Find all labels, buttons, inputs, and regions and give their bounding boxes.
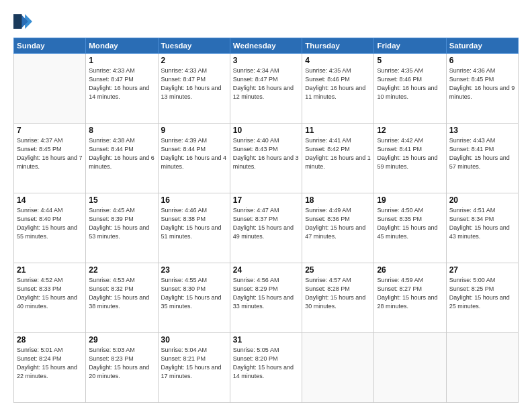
calendar-cell: 24Sunrise: 4:56 AM Sunset: 8:29 PM Dayli… <box>230 263 302 333</box>
calendar-cell: 1Sunrise: 4:33 AM Sunset: 8:47 PM Daylig… <box>86 54 158 124</box>
day-info: Sunrise: 5:00 AM Sunset: 8:25 PM Dayligh… <box>449 276 515 311</box>
weekday-header: Saturday <box>446 38 518 54</box>
calendar-cell: 10Sunrise: 4:40 AM Sunset: 8:43 PM Dayli… <box>230 124 302 193</box>
day-number: 26 <box>377 265 443 275</box>
day-number: 9 <box>161 126 227 135</box>
day-info: Sunrise: 4:51 AM Sunset: 8:34 PM Dayligh… <box>449 206 515 241</box>
logo <box>13 12 35 31</box>
day-number: 5 <box>377 56 443 65</box>
calendar-cell: 2Sunrise: 4:33 AM Sunset: 8:47 PM Daylig… <box>158 54 230 124</box>
calendar-cell: 12Sunrise: 4:42 AM Sunset: 8:41 PM Dayli… <box>374 124 446 193</box>
day-info: Sunrise: 5:05 AM Sunset: 8:20 PM Dayligh… <box>233 346 299 381</box>
weekday-header: Friday <box>374 38 446 54</box>
calendar-cell: 28Sunrise: 5:01 AM Sunset: 8:24 PM Dayli… <box>14 333 86 403</box>
calendar-header-row: SundayMondayTuesdayWednesdayThursdayFrid… <box>14 38 519 54</box>
day-number: 16 <box>161 195 227 205</box>
day-info: Sunrise: 5:04 AM Sunset: 8:21 PM Dayligh… <box>161 346 227 381</box>
day-info: Sunrise: 4:40 AM Sunset: 8:43 PM Dayligh… <box>233 136 299 171</box>
day-info: Sunrise: 4:33 AM Sunset: 8:47 PM Dayligh… <box>161 66 227 101</box>
calendar-cell: 8Sunrise: 4:38 AM Sunset: 8:44 PM Daylig… <box>86 124 158 193</box>
calendar-cell: 30Sunrise: 5:04 AM Sunset: 8:21 PM Dayli… <box>158 333 230 403</box>
calendar-cell: 5Sunrise: 4:35 AM Sunset: 8:46 PM Daylig… <box>374 54 446 124</box>
day-number: 10 <box>233 126 299 135</box>
calendar-cell: 6Sunrise: 4:36 AM Sunset: 8:45 PM Daylig… <box>446 54 518 124</box>
calendar-cell: 21Sunrise: 4:52 AM Sunset: 8:33 PM Dayli… <box>14 263 86 333</box>
calendar-cell: 11Sunrise: 4:41 AM Sunset: 8:42 PM Dayli… <box>302 124 374 193</box>
day-number: 1 <box>89 56 154 65</box>
calendar-cell: 17Sunrise: 4:47 AM Sunset: 8:37 PM Dayli… <box>230 193 302 263</box>
calendar-table: SundayMondayTuesdayWednesdayThursdayFrid… <box>13 38 519 403</box>
calendar-cell: 27Sunrise: 5:00 AM Sunset: 8:25 PM Dayli… <box>446 263 518 333</box>
page: SundayMondayTuesdayWednesdayThursdayFrid… <box>0 0 532 411</box>
day-number: 8 <box>89 126 154 135</box>
day-info: Sunrise: 4:49 AM Sunset: 8:36 PM Dayligh… <box>305 206 371 241</box>
day-info: Sunrise: 4:38 AM Sunset: 8:44 PM Dayligh… <box>89 136 154 171</box>
day-info: Sunrise: 4:34 AM Sunset: 8:47 PM Dayligh… <box>233 66 299 101</box>
day-info: Sunrise: 4:45 AM Sunset: 8:39 PM Dayligh… <box>89 206 154 241</box>
day-number: 23 <box>161 265 227 275</box>
calendar-cell: 20Sunrise: 4:51 AM Sunset: 8:34 PM Dayli… <box>446 193 518 263</box>
day-info: Sunrise: 4:35 AM Sunset: 8:46 PM Dayligh… <box>305 66 371 101</box>
calendar-week-row: 7Sunrise: 4:37 AM Sunset: 8:45 PM Daylig… <box>14 124 519 193</box>
calendar-cell: 3Sunrise: 4:34 AM Sunset: 8:47 PM Daylig… <box>230 54 302 124</box>
day-number: 28 <box>17 335 83 345</box>
day-number: 22 <box>89 265 154 275</box>
day-info: Sunrise: 4:47 AM Sunset: 8:37 PM Dayligh… <box>233 206 299 241</box>
day-number: 18 <box>305 195 371 205</box>
calendar-cell: 4Sunrise: 4:35 AM Sunset: 8:46 PM Daylig… <box>302 54 374 124</box>
day-info: Sunrise: 4:35 AM Sunset: 8:46 PM Dayligh… <box>377 66 443 101</box>
day-number: 2 <box>161 56 227 65</box>
calendar-cell: 31Sunrise: 5:05 AM Sunset: 8:20 PM Dayli… <box>230 333 302 403</box>
day-info: Sunrise: 4:59 AM Sunset: 8:27 PM Dayligh… <box>377 276 443 311</box>
day-info: Sunrise: 4:52 AM Sunset: 8:33 PM Dayligh… <box>17 276 83 311</box>
day-number: 7 <box>17 126 83 135</box>
day-number: 25 <box>305 265 371 275</box>
day-info: Sunrise: 4:37 AM Sunset: 8:45 PM Dayligh… <box>17 136 83 171</box>
day-info: Sunrise: 5:03 AM Sunset: 8:23 PM Dayligh… <box>89 346 154 381</box>
day-number: 21 <box>17 265 83 275</box>
calendar-cell: 14Sunrise: 4:44 AM Sunset: 8:40 PM Dayli… <box>14 193 86 263</box>
weekday-header: Wednesday <box>230 38 302 54</box>
weekday-header: Tuesday <box>158 38 230 54</box>
day-number: 11 <box>305 126 371 135</box>
day-info: Sunrise: 4:43 AM Sunset: 8:41 PM Dayligh… <box>449 136 515 171</box>
calendar-week-row: 21Sunrise: 4:52 AM Sunset: 8:33 PM Dayli… <box>14 263 519 333</box>
day-number: 15 <box>89 195 154 205</box>
header <box>13 12 519 31</box>
calendar-cell: 15Sunrise: 4:45 AM Sunset: 8:39 PM Dayli… <box>86 193 158 263</box>
day-number: 17 <box>233 195 299 205</box>
calendar-cell: 9Sunrise: 4:39 AM Sunset: 8:44 PM Daylig… <box>158 124 230 193</box>
calendar-cell: 23Sunrise: 4:55 AM Sunset: 8:30 PM Dayli… <box>158 263 230 333</box>
calendar-cell: 22Sunrise: 4:53 AM Sunset: 8:32 PM Dayli… <box>86 263 158 333</box>
calendar-week-row: 1Sunrise: 4:33 AM Sunset: 8:47 PM Daylig… <box>14 54 519 124</box>
day-number: 4 <box>305 56 371 65</box>
calendar-cell <box>302 333 374 403</box>
calendar-cell: 16Sunrise: 4:46 AM Sunset: 8:38 PM Dayli… <box>158 193 230 263</box>
svg-rect-2 <box>13 14 21 29</box>
day-info: Sunrise: 4:53 AM Sunset: 8:32 PM Dayligh… <box>89 276 154 311</box>
calendar-cell: 18Sunrise: 4:49 AM Sunset: 8:36 PM Dayli… <box>302 193 374 263</box>
day-info: Sunrise: 4:44 AM Sunset: 8:40 PM Dayligh… <box>17 206 83 241</box>
day-info: Sunrise: 4:33 AM Sunset: 8:47 PM Dayligh… <box>89 66 154 101</box>
weekday-header: Thursday <box>302 38 374 54</box>
day-number: 6 <box>449 56 515 65</box>
calendar-cell: 7Sunrise: 4:37 AM Sunset: 8:45 PM Daylig… <box>14 124 86 193</box>
day-info: Sunrise: 5:01 AM Sunset: 8:24 PM Dayligh… <box>17 346 83 381</box>
day-info: Sunrise: 4:36 AM Sunset: 8:45 PM Dayligh… <box>449 66 515 101</box>
day-number: 31 <box>233 335 299 345</box>
calendar-cell: 26Sunrise: 4:59 AM Sunset: 8:27 PM Dayli… <box>374 263 446 333</box>
day-number: 19 <box>377 195 443 205</box>
logo-icon <box>13 12 32 31</box>
day-number: 3 <box>233 56 299 65</box>
weekday-header: Monday <box>86 38 158 54</box>
calendar-week-row: 14Sunrise: 4:44 AM Sunset: 8:40 PM Dayli… <box>14 193 519 263</box>
day-info: Sunrise: 4:39 AM Sunset: 8:44 PM Dayligh… <box>161 136 227 171</box>
day-number: 20 <box>449 195 515 205</box>
day-number: 27 <box>449 265 515 275</box>
day-number: 12 <box>377 126 443 135</box>
calendar-cell: 25Sunrise: 4:57 AM Sunset: 8:28 PM Dayli… <box>302 263 374 333</box>
day-info: Sunrise: 4:56 AM Sunset: 8:29 PM Dayligh… <box>233 276 299 311</box>
calendar-cell: 29Sunrise: 5:03 AM Sunset: 8:23 PM Dayli… <box>86 333 158 403</box>
day-number: 30 <box>161 335 227 345</box>
calendar-cell: 19Sunrise: 4:50 AM Sunset: 8:35 PM Dayli… <box>374 193 446 263</box>
